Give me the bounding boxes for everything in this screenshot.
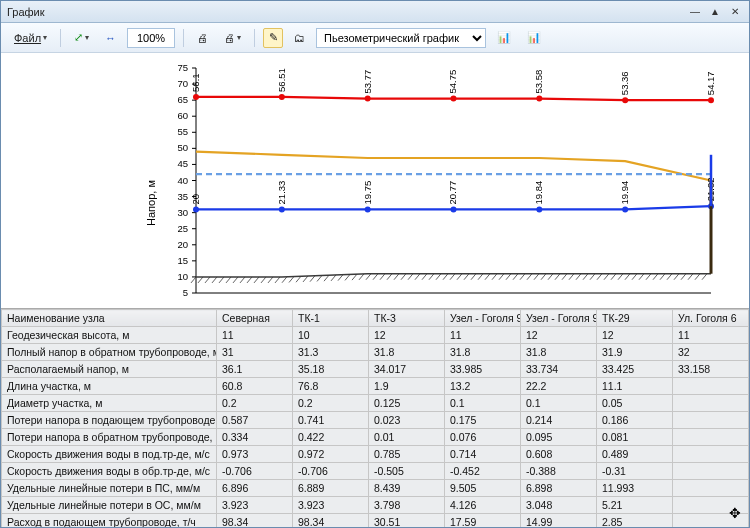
add-chart-icon[interactable]: 📊: [492, 28, 516, 48]
svg-line-97: [450, 274, 455, 280]
svg-line-114: [569, 274, 574, 280]
table-cell: 34.017: [369, 361, 445, 378]
table-cell: 0.972: [293, 446, 369, 463]
svg-line-123: [632, 274, 637, 280]
row-label: Скорость движения воды в под.тр-де, м/с: [2, 446, 217, 463]
row-label: Длина участка, м: [2, 378, 217, 395]
svg-text:54.17: 54.17: [705, 71, 716, 95]
table-row: Удельные линейные потери в ОС, мм/м3.923…: [2, 497, 749, 514]
svg-line-129: [674, 274, 679, 280]
table-cell: 0.2: [217, 395, 293, 412]
minimize-icon[interactable]: —: [687, 5, 703, 19]
print-preview-icon[interactable]: 🖨▾: [219, 28, 246, 48]
svg-line-62: [205, 277, 210, 283]
table-cell: 98.34: [217, 514, 293, 528]
row-label: Располагаемый напор, м: [2, 361, 217, 378]
svg-text:75: 75: [177, 62, 188, 73]
row-label: Удельные линейные потери в ПС, мм/м: [2, 480, 217, 497]
svg-line-119: [604, 274, 609, 280]
svg-text:15: 15: [177, 255, 188, 266]
svg-line-106: [513, 274, 518, 280]
table-cell: 10: [293, 327, 369, 344]
table-cell: 0.785: [369, 446, 445, 463]
table-cell: 5.21: [597, 497, 673, 514]
table-cell: -0.31: [597, 463, 673, 480]
svg-line-91: [408, 274, 413, 280]
svg-line-107: [520, 274, 525, 280]
svg-line-63: [212, 277, 217, 283]
settings-icon[interactable]: 🗂: [289, 28, 310, 48]
table-cell: 35.18: [293, 361, 369, 378]
table-cell: [673, 395, 749, 412]
table-row: Потери напора в обратном трубопроводе, м…: [2, 429, 749, 446]
table-cell: [673, 429, 749, 446]
svg-text:30: 30: [177, 207, 188, 218]
svg-line-90: [401, 274, 406, 280]
svg-line-124: [639, 274, 644, 280]
svg-line-98: [457, 274, 462, 280]
edit-icon[interactable]: ✎: [263, 28, 283, 48]
svg-line-92: [415, 274, 420, 280]
svg-text:53.77: 53.77: [362, 70, 373, 94]
maximize-icon[interactable]: ▲: [707, 5, 723, 19]
table-cell: 3.923: [217, 497, 293, 514]
fit-width-icon[interactable]: ↔: [100, 28, 121, 48]
svg-text:25: 25: [177, 223, 188, 234]
file-menu[interactable]: Файл ▾: [9, 28, 52, 48]
table-cell: 0.1: [521, 395, 597, 412]
svg-text:53.58: 53.58: [533, 70, 544, 94]
table-cell: 31.8: [369, 344, 445, 361]
svg-text:35: 35: [177, 191, 188, 202]
table-cell: 17.59: [445, 514, 521, 528]
row-label: Геодезическая высота, м: [2, 327, 217, 344]
row-label: Потери напора в подающем трубопроводе, м: [2, 412, 217, 429]
svg-line-69: [254, 277, 259, 283]
table-cell: 0.05: [597, 395, 673, 412]
svg-line-99: [464, 274, 469, 280]
table-cell: 0.076: [445, 429, 521, 446]
svg-text:19.75: 19.75: [362, 181, 373, 205]
svg-line-87: [380, 274, 385, 280]
table-cell: 4.126: [445, 497, 521, 514]
table-row: Диаметр участка, м0.20.20.1250.10.10.05: [2, 395, 749, 412]
print-icon[interactable]: 🖨: [192, 28, 213, 48]
svg-line-64: [219, 277, 224, 283]
table-cell: [673, 446, 749, 463]
svg-line-117: [590, 274, 595, 280]
svg-line-100: [471, 274, 476, 280]
svg-line-65: [226, 277, 231, 283]
close-icon[interactable]: ✕: [727, 5, 743, 19]
table-header: Узел - Гоголя 9: [521, 310, 597, 327]
table-cell: 14.99: [521, 514, 597, 528]
row-label: Полный напор в обратном трубопроводе, м: [2, 344, 217, 361]
table-cell: 31.3: [293, 344, 369, 361]
svg-point-37: [622, 97, 628, 103]
table-cell: 0.01: [369, 429, 445, 446]
svg-line-121: [618, 274, 623, 280]
table-row: Геодезическая высота, м11101211121211: [2, 327, 749, 344]
cursor-icon: ✥: [729, 505, 741, 521]
remove-chart-icon[interactable]: 📊: [522, 28, 546, 48]
table-cell: 9.505: [445, 480, 521, 497]
svg-line-111: [548, 274, 553, 280]
svg-line-95: [436, 274, 441, 280]
table-cell: 0.489: [597, 446, 673, 463]
svg-line-67: [240, 277, 245, 283]
file-menu-label: Файл: [14, 32, 41, 44]
row-label: Расход в подающем трубопроводе, т/ч: [2, 514, 217, 528]
svg-text:60: 60: [177, 110, 188, 121]
titlebar: График — ▲ ✕: [1, 1, 749, 23]
svg-point-34: [365, 96, 371, 102]
zoom-input[interactable]: [127, 28, 175, 48]
svg-line-104: [499, 274, 504, 280]
svg-line-128: [667, 274, 672, 280]
table-cell: 11: [673, 327, 749, 344]
chart-type-select[interactable]: Пьезометрический график: [316, 28, 486, 48]
fit-icon[interactable]: ⤢▾: [69, 28, 94, 48]
svg-point-51: [622, 206, 628, 212]
table-row: Скорость движения воды в под.тр-де, м/с0…: [2, 446, 749, 463]
svg-line-112: [555, 274, 560, 280]
table-cell: 11: [445, 327, 521, 344]
svg-line-101: [478, 274, 483, 280]
svg-text:56.1: 56.1: [190, 73, 201, 92]
